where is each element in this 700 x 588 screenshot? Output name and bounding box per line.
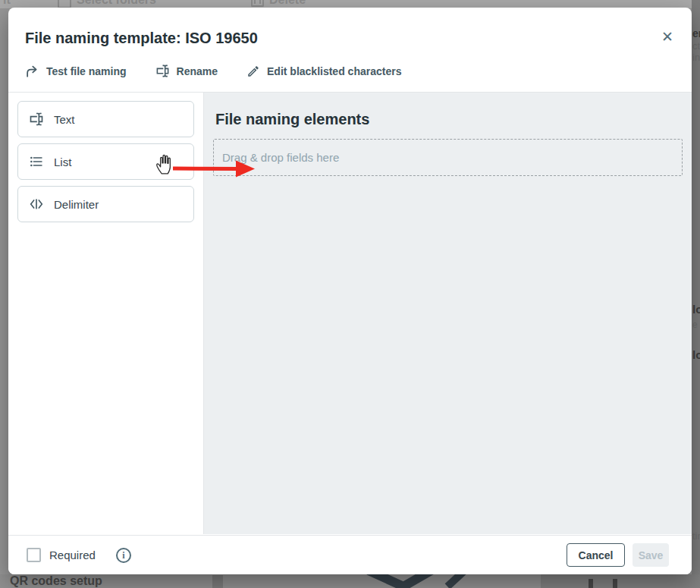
background-text-fragment: lo [692,303,700,316]
toolbar-button-label: Edit blacklisted characters [267,65,401,77]
required-checkbox[interactable] [27,548,41,562]
dialog-footer: Required i Cancel Save [8,535,692,574]
background-chevron-graphic [356,574,478,588]
palette-item-label: List [54,156,71,168]
test-file-naming-button[interactable]: Test file naming [25,64,127,78]
background-delete-label: Delete [269,0,306,7]
palette-item-label: Delimiter [54,198,99,211]
background-shape [613,579,617,588]
palette-item-delimiter[interactable]: Delimiter [17,186,194,222]
background-qr-codes-setup-label: QR codes setup [10,574,102,588]
dialog-toolbar: Test file naming Rename Edit blacklisted… [25,64,401,78]
text-field-icon [29,112,44,127]
list-icon [29,154,44,169]
edit-blacklisted-characters-button[interactable]: Edit blacklisted characters [246,64,401,78]
trash-icon [251,0,264,7]
background-right-strip [692,0,700,588]
palette-item-text[interactable]: Text [17,101,194,137]
info-icon[interactable]: i [116,548,131,563]
save-button[interactable]: Save [633,543,669,567]
dialog-title: File naming template: ISO 19650 [25,30,258,47]
background-select-folders-label: Select folders [77,0,156,7]
test-file-naming-arrow-icon [25,64,39,78]
palette-item-label: Text [54,113,75,126]
background-partial-text: it [3,0,11,7]
close-icon[interactable]: ✕ [658,28,676,46]
background-shape [212,575,223,588]
background-shape [589,579,593,588]
rename-button[interactable]: Rename [155,64,218,78]
drag-drop-zone[interactable]: Drag & drop fields here [213,139,683,176]
grab-cursor-icon [155,153,174,175]
background-text-fragment: er [692,27,700,39]
toolbar-button-label: Test file naming [46,65,127,77]
toolbar-button-label: Rename [177,65,218,77]
background-text-fragment: ct [692,40,700,52]
dialog-body: Text List Delimiter File naming elements [8,93,692,534]
file-naming-template-dialog: File naming template: ISO 19650 ✕ Test f… [8,8,692,574]
background-text-fragment: tin [692,530,700,542]
background-bottom-panel [541,574,700,588]
required-label: Required [49,549,96,561]
section-heading: File naming elements [215,111,683,128]
rename-textbox-icon [155,64,170,78]
background-text-fragment: in [692,52,700,63]
file-naming-elements-area: File naming elements Drag & drop fields … [204,93,692,534]
drag-direction-arrow [171,159,256,179]
background-text-fragment: e [692,319,698,330]
pencil-icon [246,64,260,78]
cancel-button[interactable]: Cancel [567,543,625,567]
delimiter-icon [29,197,44,212]
background-text-fragment: lo [692,348,700,361]
